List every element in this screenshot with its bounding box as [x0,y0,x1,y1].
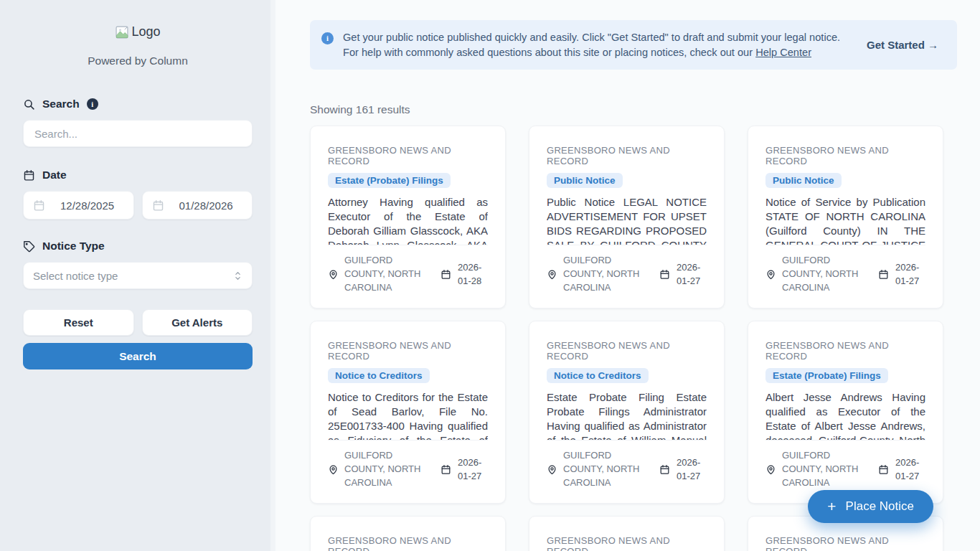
date-text: 2026-01-27 [677,456,707,484]
notice-type-badge: Public Notice [547,173,623,188]
place-notice-label: Place Notice [846,499,914,514]
date-section-header: Date [23,169,253,182]
notice-card[interactable]: GREENSBORO NEWS AND RECORD Notice to Cre… [529,321,725,504]
card-date: 2026-01-27 [878,261,925,288]
calendar-icon [23,169,35,182]
date-to-input[interactable] [178,199,243,212]
notice-type-section-label: Notice Type [42,240,105,253]
publication-name: GREENSBORO NEWS AND RECORD [547,340,707,362]
help-center-link[interactable]: Help Center [755,47,811,58]
get-started-link[interactable]: Get Started → [867,39,938,51]
notice-preview-text: Notice to Creditors for the Estate of Se… [328,390,488,440]
card-location: GUILFORD COUNTY, NORTH CAROLINA [765,449,872,490]
calendar-icon [33,199,45,212]
notice-preview-text: Notice of Service by Publication STATE O… [765,195,925,245]
notice-card[interactable]: GREENSBORO NEWS AND RECORD Notice to Cre… [310,321,506,504]
map-pin-icon [328,464,339,475]
banner-text: Get your public notice published quickly… [343,30,843,60]
calendar-icon [659,269,670,280]
search-input-shell [23,120,253,147]
date-section-label: Date [42,169,67,182]
notice-type-badge: Notice to Creditors [328,368,430,383]
info-icon: i [321,32,334,44]
calendar-icon [440,464,451,475]
search-icon [23,98,35,110]
filter-sidebar: Logo Powered by Column Search i Date [0,0,275,551]
search-button[interactable]: Search [23,343,253,369]
publication-name: GREENSBORO NEWS AND RECORD [547,535,707,551]
card-footer: GUILFORD COUNTY, NORTH CAROLINA 2026-01-… [765,440,925,490]
date-text: 2026-01-28 [458,261,488,288]
date-from-shell [23,191,134,220]
card-footer: GUILFORD COUNTY, NORTH CAROLINA 2026-01-… [547,440,707,490]
notice-card[interactable]: GREENSBORO NEWS AND RECORD Public Notice [310,516,506,551]
plus-icon: + [827,498,836,515]
powered-by-column: Powered by Column [23,55,253,67]
location-text: GUILFORD COUNTY, NORTH CAROLINA [344,254,435,295]
card-location: GUILFORD COUNTY, NORTH CAROLINA [547,254,654,295]
sidebar-buttons-row: Reset Get Alerts [23,309,253,336]
place-notice-button[interactable]: + Place Notice [808,490,933,523]
notice-preview-text: Albert Jesse Andrews Having qualified as… [765,390,925,440]
map-pin-icon [328,269,339,280]
results-main: i Get your public notice published quick… [275,0,980,551]
notice-card[interactable]: GREENSBORO NEWS AND RECORD Estate (Proba… [748,321,943,504]
date-text: 2026-01-27 [458,456,488,484]
location-text: GUILFORD COUNTY, NORTH CAROLINA [344,449,435,490]
map-pin-icon [765,269,776,280]
get-started-banner: i Get your public notice published quick… [310,20,957,70]
search-section-label: Search [42,98,80,110]
card-date: 2026-01-27 [659,261,707,288]
results-grid: GREENSBORO NEWS AND RECORD Estate (Proba… [310,126,957,551]
reset-button[interactable]: Reset [23,309,134,336]
notice-preview-text: Estate Probate Filing Estate Probate Fil… [547,390,707,440]
notice-type-badge: Notice to Creditors [547,368,649,383]
card-date: 2026-01-28 [440,261,488,288]
location-text: GUILFORD COUNTY, NORTH CAROLINA [782,254,872,295]
notice-preview-text: Public Notice LEGAL NOTICE ADVERTISEMENT… [547,195,707,245]
results-summary: Showing 161 results [310,103,957,116]
notice-type-badge: Estate (Probate) Filings [328,173,451,188]
search-info-icon[interactable]: i [87,98,98,110]
date-text: 2026-01-27 [677,261,707,288]
broken-image-icon [115,25,129,39]
notice-card[interactable]: GREENSBORO NEWS AND RECORD Public Notice… [748,126,943,309]
notice-type-selected-value: Select notice type [33,270,118,282]
calendar-icon [152,199,164,212]
card-location: GUILFORD COUNTY, NORTH CAROLINA [547,449,654,490]
notice-type-select[interactable]: Select notice type [23,262,253,289]
card-footer: GUILFORD COUNTY, NORTH CAROLINA 2026-01-… [328,245,488,295]
map-pin-icon [547,269,557,280]
notice-card[interactable]: GREENSBORO NEWS AND RECORD Public Notice… [529,126,725,309]
card-footer: GUILFORD COUNTY, NORTH CAROLINA 2026-01-… [328,440,488,490]
date-to-shell [142,191,253,220]
up-down-chevrons-icon [233,270,242,281]
get-alerts-button[interactable]: Get Alerts [142,309,253,336]
map-pin-icon [765,464,776,475]
publication-name: GREENSBORO NEWS AND RECORD [765,145,925,166]
search-input[interactable] [33,127,242,141]
notice-card[interactable]: GREENSBORO NEWS AND RECORD Estate (Proba… [529,516,725,551]
date-text: 2026-01-27 [895,456,925,484]
calendar-icon [440,269,451,280]
card-date: 2026-01-27 [440,456,488,484]
location-text: GUILFORD COUNTY, NORTH CAROLINA [563,449,654,490]
publication-name: GREENSBORO NEWS AND RECORD [328,340,488,362]
card-location: GUILFORD COUNTY, NORTH CAROLINA [328,254,435,295]
publication-name: GREENSBORO NEWS AND RECORD [765,535,925,551]
card-date: 2026-01-27 [659,456,707,484]
calendar-icon [659,464,670,475]
search-section-header: Search i [23,98,253,110]
card-location: GUILFORD COUNTY, NORTH CAROLINA [765,254,872,295]
card-footer: GUILFORD COUNTY, NORTH CAROLINA 2026-01-… [547,245,707,295]
card-footer: GUILFORD COUNTY, NORTH CAROLINA 2026-01-… [765,245,925,295]
location-text: GUILFORD COUNTY, NORTH CAROLINA [782,449,872,490]
logo: Logo [23,24,253,39]
notice-type-badge: Estate (Probate) Filings [765,368,888,383]
notice-card[interactable]: GREENSBORO NEWS AND RECORD Estate (Proba… [310,126,506,309]
publication-name: GREENSBORO NEWS AND RECORD [547,145,707,166]
publication-name: GREENSBORO NEWS AND RECORD [765,340,925,362]
date-from-input[interactable] [59,199,124,212]
map-pin-icon [547,464,557,475]
card-location: GUILFORD COUNTY, NORTH CAROLINA [328,449,435,490]
